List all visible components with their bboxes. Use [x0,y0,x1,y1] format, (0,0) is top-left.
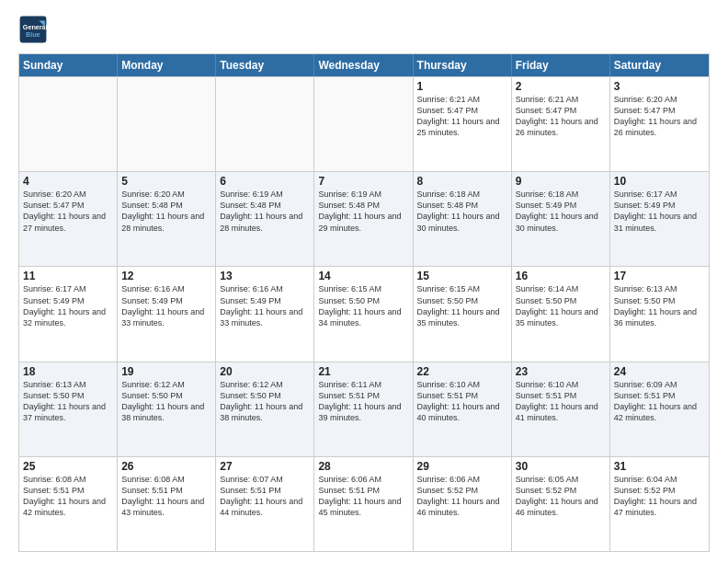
day-number: 5 [121,175,211,188]
calendar-header-cell: Tuesday [216,54,314,76]
calendar-cell: 31Sunrise: 6:04 AM Sunset: 5:52 PM Dayli… [610,457,709,551]
day-number: 27 [220,460,310,473]
day-number: 18 [23,365,113,378]
day-number: 3 [614,80,705,93]
logo: General Blue [18,15,48,44]
calendar-header-cell: Sunday [19,54,118,76]
cell-info: Sunrise: 6:17 AM Sunset: 5:49 PM Dayligh… [23,283,113,328]
calendar-cell: 21Sunrise: 6:11 AM Sunset: 5:51 PM Dayli… [314,362,413,456]
day-number: 26 [121,460,211,473]
calendar-week: 1Sunrise: 6:21 AM Sunset: 5:47 PM Daylig… [19,76,709,171]
calendar-body: 1Sunrise: 6:21 AM Sunset: 5:47 PM Daylig… [19,76,709,551]
calendar-cell: 5Sunrise: 6:20 AM Sunset: 5:48 PM Daylig… [118,172,216,266]
cell-info: Sunrise: 6:09 AM Sunset: 5:51 PM Dayligh… [614,379,705,424]
calendar-cell: 30Sunrise: 6:05 AM Sunset: 5:52 PM Dayli… [512,457,610,551]
cell-info: Sunrise: 6:10 AM Sunset: 5:51 PM Dayligh… [417,379,507,424]
cell-info: Sunrise: 6:14 AM Sunset: 5:50 PM Dayligh… [516,283,606,328]
cell-info: Sunrise: 6:15 AM Sunset: 5:50 PM Dayligh… [417,283,507,328]
cell-info: Sunrise: 6:20 AM Sunset: 5:48 PM Dayligh… [121,189,211,234]
day-number: 9 [516,175,606,188]
day-number: 16 [516,270,606,282]
calendar-cell: 16Sunrise: 6:14 AM Sunset: 5:50 PM Dayli… [512,267,610,361]
calendar-cell: 22Sunrise: 6:10 AM Sunset: 5:51 PM Dayli… [414,362,512,456]
page: General Blue SundayMondayTuesdayWednesda… [0,0,728,563]
calendar-header-cell: Wednesday [314,54,413,76]
calendar-cell: 2Sunrise: 6:21 AM Sunset: 5:47 PM Daylig… [512,77,610,171]
calendar-cell: 8Sunrise: 6:18 AM Sunset: 5:48 PM Daylig… [414,172,512,266]
calendar-cell: 25Sunrise: 6:08 AM Sunset: 5:51 PM Dayli… [19,457,118,551]
calendar-cell: 3Sunrise: 6:20 AM Sunset: 5:47 PM Daylig… [610,77,709,171]
cell-info: Sunrise: 6:12 AM Sunset: 5:50 PM Dayligh… [220,379,310,424]
day-number: 10 [614,175,705,188]
calendar-cell: 29Sunrise: 6:06 AM Sunset: 5:52 PM Dayli… [414,457,512,551]
cell-info: Sunrise: 6:18 AM Sunset: 5:48 PM Dayligh… [417,189,507,234]
calendar-cell: 18Sunrise: 6:13 AM Sunset: 5:50 PM Dayli… [19,362,118,456]
cell-info: Sunrise: 6:08 AM Sunset: 5:51 PM Dayligh… [121,474,211,519]
cell-info: Sunrise: 6:12 AM Sunset: 5:50 PM Dayligh… [121,379,211,424]
day-number: 23 [516,365,606,378]
day-number: 6 [220,175,310,188]
cell-info: Sunrise: 6:06 AM Sunset: 5:51 PM Dayligh… [318,474,408,519]
calendar-cell: 13Sunrise: 6:16 AM Sunset: 5:49 PM Dayli… [216,267,314,361]
cell-info: Sunrise: 6:10 AM Sunset: 5:51 PM Dayligh… [516,379,606,424]
calendar: SundayMondayTuesdayWednesdayThursdayFrid… [18,53,710,552]
calendar-cell: 7Sunrise: 6:19 AM Sunset: 5:48 PM Daylig… [314,172,413,266]
day-number: 30 [516,460,606,473]
calendar-cell: 14Sunrise: 6:15 AM Sunset: 5:50 PM Dayli… [314,267,413,361]
calendar-week: 18Sunrise: 6:13 AM Sunset: 5:50 PM Dayli… [19,362,709,456]
calendar-header-cell: Monday [118,54,216,76]
cell-info: Sunrise: 6:05 AM Sunset: 5:52 PM Dayligh… [516,474,606,519]
day-number: 14 [318,270,408,282]
day-number: 12 [121,270,211,282]
day-number: 2 [516,80,606,93]
calendar-week: 25Sunrise: 6:08 AM Sunset: 5:51 PM Dayli… [19,456,709,551]
calendar-header-cell: Friday [512,54,610,76]
cell-info: Sunrise: 6:06 AM Sunset: 5:52 PM Dayligh… [417,474,507,519]
calendar-cell: 24Sunrise: 6:09 AM Sunset: 5:51 PM Dayli… [610,362,709,456]
calendar-cell: 11Sunrise: 6:17 AM Sunset: 5:49 PM Dayli… [19,267,118,361]
day-number: 8 [417,175,507,188]
cell-info: Sunrise: 6:18 AM Sunset: 5:49 PM Dayligh… [516,189,606,234]
day-number: 15 [417,270,507,282]
day-number: 25 [23,460,113,473]
calendar-header-row: SundayMondayTuesdayWednesdayThursdayFrid… [19,54,709,76]
day-number: 29 [417,460,507,473]
cell-info: Sunrise: 6:13 AM Sunset: 5:50 PM Dayligh… [23,379,113,424]
day-number: 11 [23,270,113,282]
cell-info: Sunrise: 6:19 AM Sunset: 5:48 PM Dayligh… [318,189,408,234]
calendar-header-cell: Saturday [610,54,709,76]
cell-info: Sunrise: 6:21 AM Sunset: 5:47 PM Dayligh… [417,94,507,139]
cell-info: Sunrise: 6:08 AM Sunset: 5:51 PM Dayligh… [23,474,113,519]
cell-info: Sunrise: 6:20 AM Sunset: 5:47 PM Dayligh… [614,94,705,139]
day-number: 31 [614,460,705,473]
calendar-cell: 4Sunrise: 6:20 AM Sunset: 5:47 PM Daylig… [19,172,118,266]
calendar-cell: 12Sunrise: 6:16 AM Sunset: 5:49 PM Dayli… [118,267,216,361]
calendar-cell: 6Sunrise: 6:19 AM Sunset: 5:48 PM Daylig… [216,172,314,266]
calendar-cell-empty [19,77,118,171]
calendar-header-cell: Thursday [414,54,512,76]
calendar-cell: 15Sunrise: 6:15 AM Sunset: 5:50 PM Dayli… [414,267,512,361]
day-number: 22 [417,365,507,378]
cell-info: Sunrise: 6:20 AM Sunset: 5:47 PM Dayligh… [23,189,113,234]
day-number: 17 [614,270,705,282]
day-number: 21 [318,365,408,378]
calendar-cell: 19Sunrise: 6:12 AM Sunset: 5:50 PM Dayli… [118,362,216,456]
calendar-cell: 20Sunrise: 6:12 AM Sunset: 5:50 PM Dayli… [216,362,314,456]
svg-text:Blue: Blue [26,30,40,39]
day-number: 7 [318,175,408,188]
cell-info: Sunrise: 6:16 AM Sunset: 5:49 PM Dayligh… [220,283,310,328]
cell-info: Sunrise: 6:21 AM Sunset: 5:47 PM Dayligh… [516,94,606,139]
cell-info: Sunrise: 6:04 AM Sunset: 5:52 PM Dayligh… [614,474,705,519]
day-number: 24 [614,365,705,378]
calendar-cell: 28Sunrise: 6:06 AM Sunset: 5:51 PM Dayli… [314,457,413,551]
cell-info: Sunrise: 6:07 AM Sunset: 5:51 PM Dayligh… [220,474,310,519]
calendar-cell: 1Sunrise: 6:21 AM Sunset: 5:47 PM Daylig… [414,77,512,171]
day-number: 20 [220,365,310,378]
calendar-cell: 23Sunrise: 6:10 AM Sunset: 5:51 PM Dayli… [512,362,610,456]
cell-info: Sunrise: 6:16 AM Sunset: 5:49 PM Dayligh… [121,283,211,328]
cell-info: Sunrise: 6:17 AM Sunset: 5:49 PM Dayligh… [614,189,705,234]
cell-info: Sunrise: 6:19 AM Sunset: 5:48 PM Dayligh… [220,189,310,234]
calendar-cell-empty [118,77,216,171]
header: General Blue [18,15,710,44]
calendar-cell-empty [314,77,413,171]
